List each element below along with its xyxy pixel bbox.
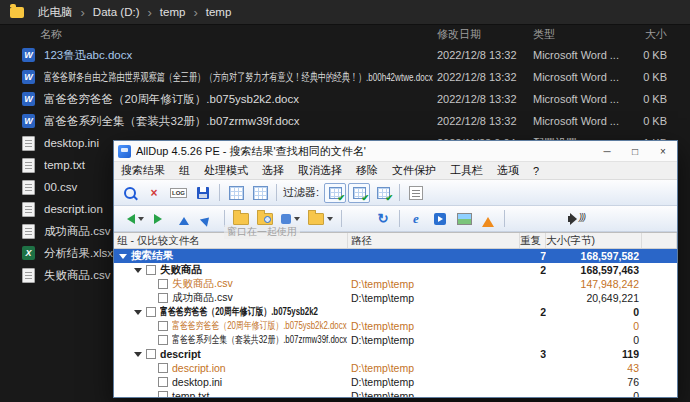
tree-row-group[interactable]: 失败商品 2 168,597,463 bbox=[114, 263, 677, 277]
checkbox[interactable] bbox=[158, 293, 168, 303]
column-header-duplicates[interactable]: 重复 bbox=[520, 233, 546, 248]
group-label: 失败商品 bbox=[160, 263, 202, 277]
log-button[interactable]: LOG bbox=[167, 183, 190, 203]
image-viewer-button[interactable] bbox=[453, 209, 475, 229]
column-header-filler bbox=[642, 233, 677, 248]
close-button[interactable]: × bbox=[649, 141, 677, 161]
window-title: AllDup 4.5.26 PE - 搜索结果'查找相同的文件名' bbox=[136, 144, 593, 159]
size-cell: 168,597,463 bbox=[546, 264, 642, 276]
group-label: 搜索结果 bbox=[131, 249, 173, 263]
column-header-type[interactable]: 类型 bbox=[533, 27, 619, 42]
group-view-button[interactable] bbox=[225, 183, 247, 203]
tree-row-file[interactable]: temp.txt D:\temp\temp 0 bbox=[114, 389, 677, 397]
file-name: 富爸爸穷爸爸（20周年修订版）.b075ysb2k2.docx bbox=[44, 92, 437, 107]
expander-icon[interactable] bbox=[119, 254, 127, 263]
filter-3-button[interactable]: ✔ bbox=[372, 183, 394, 203]
expander-icon[interactable] bbox=[134, 310, 142, 319]
breadcrumb-this-pc[interactable]: 此电脑 bbox=[32, 5, 79, 20]
file-row[interactable]: W 123鲁迅abc.docx 2022/12/8 13:32 Microsof… bbox=[0, 44, 690, 66]
tree-row-file[interactable]: 成功商品.csv D:\temp\temp 20,649,221 bbox=[114, 291, 677, 305]
csv-file-icon bbox=[22, 268, 35, 283]
view-options-button[interactable] bbox=[405, 183, 427, 203]
up-arrow-icon bbox=[179, 212, 189, 225]
menu-search-results[interactable]: 搜索结果 bbox=[114, 163, 172, 178]
file-name: 富爸爸系列全集（套装共32册）.b07zrmw39f.docx bbox=[44, 114, 437, 129]
filter-1-button[interactable]: ✔ bbox=[324, 183, 346, 203]
menu-file-protection[interactable]: 文件保护 bbox=[385, 163, 443, 178]
size-cell: 168,597,582 bbox=[546, 250, 642, 262]
open-folder-button[interactable] bbox=[230, 209, 252, 229]
column-header-name[interactable]: 名称 bbox=[0, 27, 437, 42]
checkbox[interactable] bbox=[158, 391, 168, 397]
expander-icon[interactable] bbox=[134, 268, 142, 277]
title-bar[interactable]: AllDup 4.5.26 PE - 搜索结果'查找相同的文件名' ─ □ × bbox=[114, 141, 677, 162]
sound-button[interactable] bbox=[565, 209, 587, 229]
export-button[interactable] bbox=[197, 209, 219, 229]
list-view-button[interactable] bbox=[249, 183, 271, 203]
checkbox[interactable] bbox=[146, 349, 156, 359]
checkbox[interactable] bbox=[158, 321, 168, 331]
menu-toolbar[interactable]: 工具栏 bbox=[443, 163, 490, 178]
breadcrumb-drive-d[interactable]: Data (D:) bbox=[87, 6, 146, 18]
save-results-button[interactable] bbox=[192, 183, 214, 203]
menu-deselect[interactable]: 取消选择 bbox=[291, 163, 349, 178]
filter-2-button[interactable]: ✔ bbox=[348, 183, 370, 203]
path-cell: D:\temp\temp bbox=[348, 334, 520, 346]
menu-select[interactable]: 选择 bbox=[255, 163, 291, 178]
breadcrumb-temp[interactable]: temp bbox=[154, 6, 192, 18]
checkbox[interactable] bbox=[158, 363, 168, 373]
menu-group[interactable]: 组 bbox=[172, 163, 197, 178]
word-file-icon: W bbox=[22, 48, 35, 62]
size-cell: 0 bbox=[546, 390, 642, 397]
tree-row-group[interactable]: 富爸爸穷爸爸（20周年修订版）.b075ysb2k2 2 0 bbox=[114, 305, 677, 319]
drive-select-button[interactable] bbox=[278, 209, 303, 229]
tree-row-file[interactable]: 富爸爸系列全集（套装共32册）.b07zrmw39f.docx D:\temp\… bbox=[114, 333, 677, 347]
up-button[interactable] bbox=[173, 209, 195, 229]
expander-icon[interactable] bbox=[134, 352, 142, 361]
refresh-button[interactable]: ↻ bbox=[372, 209, 394, 229]
word-file-icon: W bbox=[22, 70, 35, 84]
excel-file-icon: X bbox=[22, 246, 35, 260]
checkbox[interactable] bbox=[158, 335, 168, 345]
file-label: 富爸爸穷爸爸（20周年修订版）.b075ysb2k2.docx bbox=[172, 319, 347, 333]
open-browser-button[interactable]: e bbox=[405, 209, 427, 229]
breadcrumb-temp-2[interactable]: temp bbox=[200, 6, 238, 18]
menu-options[interactable]: 选项 bbox=[490, 163, 526, 178]
image-icon bbox=[457, 213, 472, 225]
column-header-date[interactable]: 修改日期 bbox=[437, 27, 533, 42]
checkbox[interactable] bbox=[158, 377, 168, 387]
file-label: 失败商品.csv bbox=[172, 277, 233, 291]
file-row[interactable]: W 富爸爸财务自由之路由世界观察篇（全三册）（方向对了努力才有意义！经典中的经典… bbox=[0, 66, 690, 88]
checkbox[interactable] bbox=[158, 279, 168, 289]
file-row[interactable]: W 富爸爸系列全集（套装共32册）.b07zrmw39f.docx 2022/1… bbox=[0, 110, 690, 132]
forward-button[interactable] bbox=[149, 209, 171, 229]
maximize-button[interactable]: □ bbox=[621, 141, 649, 161]
tree-row-file[interactable]: descript.ion D:\temp\temp 43 bbox=[114, 361, 677, 375]
tree-row-file[interactable]: 富爸爸穷爸爸（20周年修订版）.b075ysb2k2.docx D:\temp\… bbox=[114, 319, 677, 333]
tree-row-file[interactable]: desktop.ini D:\temp\temp 76 bbox=[114, 375, 677, 389]
tree-row-search-results[interactable]: 搜索结果 7 168,597,582 bbox=[114, 249, 677, 263]
clear-results-button[interactable]: × bbox=[143, 183, 165, 203]
minimize-button[interactable]: ─ bbox=[593, 141, 621, 161]
checkbox[interactable] bbox=[146, 265, 156, 275]
menu-process-mode[interactable]: 处理模式 bbox=[197, 163, 255, 178]
menu-help[interactable]: ? bbox=[526, 165, 546, 177]
desktop: 此电脑 › Data (D:) › temp › temp 名称 修改日期 类型… bbox=[0, 0, 690, 402]
search-folder-button[interactable] bbox=[254, 209, 276, 229]
new-search-button[interactable] bbox=[119, 183, 141, 203]
back-button[interactable] bbox=[119, 209, 147, 229]
toolbar-main: × LOG 过滤器: ✔ ✔ ✔ bbox=[114, 180, 677, 206]
vlc-button[interactable] bbox=[477, 209, 499, 229]
tree-row-group[interactable]: descript 3 119 bbox=[114, 347, 677, 361]
separator bbox=[399, 210, 400, 227]
checkbox[interactable] bbox=[146, 307, 156, 317]
media-player-button[interactable] bbox=[429, 209, 451, 229]
column-header-path[interactable]: 路径 bbox=[348, 233, 520, 248]
file-row[interactable]: W 富爸爸穷爸爸（20周年修订版）.b075ysb2k2.docx 2022/1… bbox=[0, 88, 690, 110]
tree-row-file[interactable]: 失败商品.csv D:\temp\temp 147,948,242 bbox=[114, 277, 677, 291]
folder-menu-button[interactable] bbox=[305, 209, 336, 229]
column-header-size[interactable]: 大小 bbox=[619, 27, 667, 42]
menu-remove[interactable]: 移除 bbox=[349, 163, 385, 178]
column-header-group-name[interactable]: 组 - 仅比较文件名 bbox=[114, 233, 348, 248]
column-header-size[interactable]: 大小(字节) bbox=[546, 233, 642, 248]
